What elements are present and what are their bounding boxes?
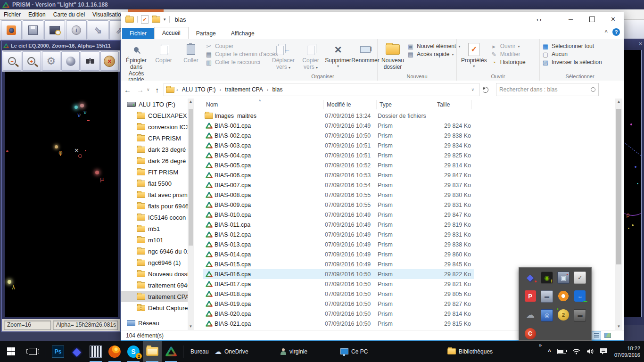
column-header-type[interactable]: Type [377,100,434,109]
column-header-name[interactable]: Nom [203,100,324,109]
select-none-button[interactable]: ▢Aucun [542,51,602,58]
zoom-out-button[interactable]: − [3,51,21,71]
sidebar-item[interactable]: flat avec prism d [121,189,188,200]
delete-button[interactable]: × Supprimer▾ [325,41,351,69]
file-row[interactable]: BIAS-013.cpa 07/09/2016 10:49 Prism 29 8… [203,239,474,249]
column-header-modified[interactable]: Modifié le [324,100,377,109]
prism-app[interactable] [162,341,181,362]
sidebar-item[interactable]: CPA PRISM [121,132,188,144]
file-explorer[interactable] [143,341,162,362]
tab-partage[interactable]: Partage [189,28,223,39]
copy-button[interactable]: Copier [150,41,177,65]
file-row[interactable]: BIAS-007.cpa 07/09/2016 10:54 Prism 29 8… [203,180,474,190]
file-row[interactable]: BIAS-003.cpa 07/09/2016 10:51 Prism 29 8… [203,140,474,150]
sidebar-item[interactable]: ngc 6946 du 01.0 [121,246,188,257]
back-button[interactable]: ← [124,86,131,94]
video-app[interactable] [86,341,105,362]
sidebar-item[interactable]: traitement 6946 [121,280,188,291]
breadcrumb-folder[interactable]: traitement CPA [223,86,264,93]
usb-eject-icon[interactable]: ✓ [574,272,586,284]
laptop-icon[interactable]: ▬ [574,309,586,321]
file-row[interactable]: BIAS-020.cpa 07/09/2016 10:50 Prism 29 8… [203,309,474,319]
scroll-up-icon[interactable]: ▲ [615,99,622,105]
file-row[interactable]: BIAS-017.cpa 07/09/2016 10:50 Prism 29 8… [203,279,474,289]
task-view-button[interactable] [22,341,43,362]
rename-button[interactable]: Renommer [352,41,379,65]
copy-path-button[interactable]: ▤Copier le chemin d'accès [205,51,278,58]
firefox[interactable] [105,341,124,362]
paste-button[interactable]: Coller [178,41,204,65]
sidebar-item[interactable]: flat 5500 [121,178,188,189]
file-row[interactable]: BIAS-012.cpa 07/09/2016 10:49 Prism 29 8… [203,230,474,239]
file-row[interactable]: Images_maitres 07/09/2016 13:24 Dossier … [203,111,474,121]
sidebar-item[interactable]: conversion IC34 [121,121,188,132]
folder-icon[interactable] [152,16,160,23]
minimize-button[interactable]: ─ [560,12,581,26]
search-object-button[interactable] [81,51,99,71]
settings-button[interactable]: ⚙ [42,51,60,71]
breadcrumb-current[interactable]: bias [270,86,284,93]
help-icon[interactable]: ? [612,28,620,36]
forward-button[interactable]: → [137,86,144,94]
skype[interactable]: S 2 [124,341,143,362]
cube-app[interactable]: ◆ [67,341,86,362]
file-row[interactable]: BIAS-018.cpa 07/09/2016 10:50 Prism 29 8… [203,289,474,299]
transform-button-1[interactable]: ⇘ [88,20,108,40]
scroll-down-icon[interactable]: ▼ [615,323,622,330]
copy-to-button[interactable]: Copiervers ▾ [297,41,324,72]
system-tool-icon[interactable]: ◎ [541,309,553,321]
column-header-size[interactable]: Taille [434,100,472,109]
thumbnail-view-button[interactable] [603,331,612,340]
desktop-toolbar-item[interactable]: Ce PC [338,341,368,362]
gold-badge-icon[interactable]: 2 ● [558,309,569,321]
history-dropdown-icon[interactable]: ∨ [147,87,150,92]
close-button[interactable]: × [603,12,624,26]
teamviewer-icon[interactable]: ↔ ▬ [574,290,586,302]
quick-access-button[interactable]: ▤Accès rapide▾ [407,51,460,58]
file-row[interactable]: BIAS-001.cpa 07/09/2016 10:49 Prism 29 8… [203,121,474,131]
search-input[interactable]: Rechercher dans : bias [496,83,599,96]
file-row[interactable]: BIAS-014.cpa 07/09/2016 10:49 Prism 29 8… [203,249,474,259]
address-dropdown-icon[interactable]: ∨ [471,87,475,92]
sidebar-scrollbar[interactable]: ▲ ▼ [188,99,194,330]
save-button[interactable] [23,20,43,40]
file-row[interactable]: BIAS-005.cpa 07/09/2016 10:52 Prism 29 8… [203,160,474,170]
sidebar-item[interactable]: FIT PRISM [121,166,188,178]
sidebar-item[interactable]: dark 26 degré [121,155,188,166]
properties-button[interactable]: ✓ Propriétés▾ [459,41,489,69]
sidebar-item[interactable]: COELIXAPEX [121,110,188,121]
tab-fichier[interactable]: Fichier [122,28,154,39]
file-row[interactable]: BIAS-010.cpa 07/09/2016 10:49 Prism 29 8… [203,210,474,220]
qat-customize-icon[interactable]: ▾ [164,17,166,22]
sky-canvas[interactable]: ννφ×μλ [5,72,118,317]
file-row[interactable]: BIAS-009.cpa 07/09/2016 10:55 Prism 29 8… [203,200,474,210]
battery-icon[interactable] [557,349,566,354]
prism-agent-icon[interactable]: P [525,290,536,302]
sphere-view-button[interactable] [61,51,80,71]
close-icon[interactable]: × [639,41,642,47]
graphics-panel-icon[interactable]: ▬ [541,290,553,303]
ccleaner-icon[interactable]: C [525,328,536,339]
prism-menu-item[interactable]: Carte du ciel [50,9,89,19]
desktop-toolbar-item[interactable]: Bibliothèques [445,341,493,362]
tab-affichage[interactable]: Affichage [223,28,262,39]
edit-button[interactable]: ✎Modifier [490,51,526,58]
sidebar-item[interactable]: IC5146 cocon br [121,212,188,223]
file-row[interactable]: BIAS-008.cpa 07/09/2016 10:55 Prism 29 8… [203,190,474,200]
folder-icon[interactable] [125,16,134,23]
scroll-up-icon[interactable]: ▲ [188,99,194,105]
toolbar-overflow-icon[interactable]: » [539,342,542,348]
zoom-in-button[interactable]: + [22,51,41,71]
file-row[interactable]: BIAS-016.cpa 07/09/2016 10:50 Prism 29 8… [203,269,474,279]
prism-menu-item[interactable]: Edition [25,9,50,19]
scrollbar-thumb[interactable] [189,109,193,246]
prism-menu-item[interactable]: Fichier [0,9,25,19]
paste-shortcut-button[interactable]: ▥Coller le raccourci [205,59,278,66]
invert-selection-button[interactable]: ▨Inverser la sélection [542,59,602,66]
start-button[interactable] [0,341,22,362]
cube-alert-icon[interactable]: ◆ ● [525,272,536,283]
maximize-button[interactable] [581,12,603,26]
scroll-down-icon[interactable]: ▼ [188,323,194,330]
move-to-button[interactable]: ← Déplacervers ▾ [270,41,297,72]
ribbon-collapse-icon[interactable]: ^ [605,29,608,35]
